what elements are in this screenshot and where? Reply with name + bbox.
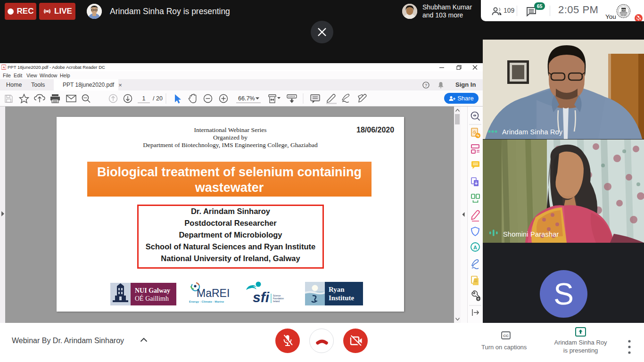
svg-text:NUI Galway: NUI Galway xyxy=(135,287,170,294)
svg-text:?: ? xyxy=(425,83,427,88)
svg-text:1: 1 xyxy=(142,95,146,102)
svg-text:66.7%: 66.7% xyxy=(238,95,255,102)
svg-text:MaREI: MaREI xyxy=(197,287,230,299)
svg-text:/ 20: / 20 xyxy=(153,95,163,102)
svg-text:Foundation: Foundation xyxy=(273,297,284,300)
svg-text:Institute: Institute xyxy=(329,294,355,302)
svg-text:Science: Science xyxy=(273,295,281,297)
svg-text:Ryan: Ryan xyxy=(329,286,345,293)
svg-text:A: A xyxy=(3,66,5,69)
svg-text:OÉ Gaillimh: OÉ Gaillimh xyxy=(135,295,169,302)
svg-text:CC: CC xyxy=(503,334,509,338)
svg-text:A: A xyxy=(473,245,477,250)
svg-text:Energy · Climate · Marine: Energy · Climate · Marine xyxy=(189,300,224,303)
svg-text:IMS: IMS xyxy=(621,8,626,11)
svg-text:sfi: sfi xyxy=(253,289,270,305)
svg-text:Ireland: Ireland xyxy=(273,300,280,303)
